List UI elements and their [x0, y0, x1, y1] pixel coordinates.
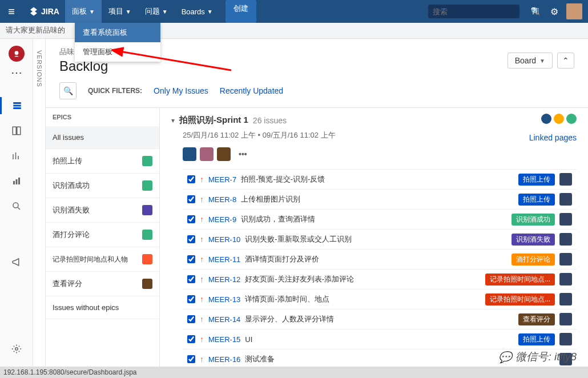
- assignee-avatar[interactable]: [559, 333, 572, 345]
- filter-recently-updated[interactable]: Recently Updated: [220, 86, 283, 95]
- dropdown-view-system-board[interactable]: 查看系统面板: [75, 23, 160, 42]
- issue-row[interactable]: ↑ MEER-7 拍照-预览-提交-识别-反馈 拍照上传: [183, 169, 577, 189]
- issue-key[interactable]: MEER-16: [208, 355, 240, 364]
- scroll-top-button[interactable]: ⌃: [557, 53, 574, 69]
- issue-row[interactable]: ↑ MEER-13 详情页面-添加时间、地点 记录拍照时间地点...: [183, 289, 577, 309]
- issue-checkbox[interactable]: [187, 255, 195, 263]
- board-icon[interactable]: [5, 122, 28, 139]
- project-avatar[interactable]: [9, 46, 25, 62]
- issue-row[interactable]: ↑ MEER-12 好友页面-关注好友列表-添加评论 记录拍照时间地点...: [183, 269, 577, 289]
- sprint-name[interactable]: 拍照识别-Sprint 1: [179, 115, 248, 126]
- dropdown-manage-boards[interactable]: 管理面板: [75, 42, 160, 62]
- assignee-avatar[interactable]: [559, 233, 572, 246]
- gear-icon[interactable]: ⚙: [545, 6, 564, 17]
- status-progress-ball: [554, 114, 564, 124]
- epic-badge[interactable]: 识别酒成功: [512, 214, 555, 226]
- svg-rect-9: [18, 178, 20, 184]
- issue-checkbox[interactable]: [187, 275, 195, 283]
- epic-color-swatch: [142, 279, 152, 289]
- epic-badge[interactable]: 记录拍照时间地点...: [485, 293, 555, 305]
- issue-key[interactable]: MEER-9: [208, 215, 236, 224]
- issue-checkbox[interactable]: [187, 335, 195, 343]
- filter-search-button[interactable]: 🔍: [59, 82, 76, 99]
- hamburger-icon[interactable]: ≡: [0, 5, 23, 18]
- nav-item-issues[interactable]: 问题▼: [138, 0, 175, 23]
- create-button[interactable]: 创建: [225, 0, 256, 23]
- epic-badge[interactable]: 拍照上传: [518, 333, 555, 345]
- epic-badge[interactable]: 识别酒失败: [512, 234, 555, 246]
- svg-rect-8: [15, 179, 17, 184]
- issue-row[interactable]: ↑ MEER-10 识别失败-重新取景或交人工识别 识别酒失败: [183, 229, 577, 249]
- epic-item[interactable]: 记录拍照时间地点和人物: [46, 247, 159, 272]
- sprint-collapse-icon[interactable]: ▾: [171, 116, 175, 124]
- issue-key[interactable]: MEER-11: [208, 255, 240, 264]
- issue-key[interactable]: MEER-15: [208, 335, 240, 344]
- epic-item[interactable]: 酒打分评论: [46, 223, 159, 247]
- logo-text: JIRA: [41, 7, 59, 16]
- epic-item[interactable]: 识别酒失败: [46, 198, 159, 223]
- issue-key[interactable]: MEER-8: [208, 195, 236, 204]
- nav-item-projects[interactable]: 项目▼: [102, 0, 138, 23]
- announce-icon[interactable]: [5, 254, 28, 271]
- issue-key[interactable]: MEER-13: [208, 295, 240, 304]
- chevron-down-icon: ▼: [126, 9, 131, 15]
- epic-badge[interactable]: 拍照上传: [518, 194, 555, 206]
- more-icon[interactable]: •••: [239, 150, 247, 159]
- sprint-status-dots[interactable]: [541, 114, 577, 124]
- assignee-avatar[interactable]: [559, 313, 572, 325]
- epic-badge[interactable]: 查看评分: [518, 313, 555, 325]
- issue-checkbox[interactable]: [187, 315, 195, 323]
- versions-tab[interactable]: VERSIONS: [33, 39, 46, 367]
- epic-badge[interactable]: 酒打分评论: [512, 254, 555, 266]
- issue-checkbox[interactable]: [187, 195, 195, 203]
- epic-issues-without-epics[interactable]: Issues without epics: [46, 296, 159, 319]
- issue-row[interactable]: ↑ MEER-14 显示评分、人数及评分详情 查看评分: [183, 309, 577, 329]
- backlog-icon[interactable]: [0, 97, 33, 114]
- issue-row[interactable]: ↑ MEER-9 识别成功，查询酒详情 识别酒成功: [183, 209, 577, 229]
- assignee-avatar[interactable]: [559, 193, 572, 206]
- board-dropdown-button[interactable]: Board▼: [508, 53, 553, 69]
- assignee-avatar[interactable]: [559, 253, 572, 266]
- issue-checkbox[interactable]: [187, 215, 195, 223]
- nav-item-boards[interactable]: Boards▼: [175, 0, 220, 23]
- jira-logo[interactable]: JIRA: [23, 6, 65, 17]
- issue-checkbox[interactable]: [187, 235, 195, 243]
- issue-checkbox[interactable]: [187, 295, 195, 303]
- issue-row[interactable]: ↑ MEER-16 测试准备: [183, 349, 577, 367]
- epic-item[interactable]: 识别酒成功: [46, 174, 159, 198]
- assignee-avatar[interactable]: [559, 213, 572, 226]
- epic-badge[interactable]: 记录拍照时间地点...: [485, 274, 555, 285]
- search-box[interactable]: 🔍: [428, 5, 519, 18]
- chart-icon[interactable]: [5, 147, 28, 164]
- help-icon[interactable]: ?⃝: [525, 6, 545, 17]
- issue-key[interactable]: MEER-14: [208, 315, 240, 324]
- issue-checkbox[interactable]: [187, 175, 195, 183]
- epic-item[interactable]: 查看评分: [46, 272, 159, 296]
- reports-icon[interactable]: [5, 172, 28, 190]
- search-input[interactable]: [433, 7, 529, 16]
- assignee-avatar[interactable]: [559, 353, 572, 365]
- assignee-avatar[interactable]: [559, 173, 572, 186]
- issue-row[interactable]: ↑ MEER-8 上传相册图片识别 拍照上传: [183, 189, 577, 209]
- assignee-avatar[interactable]: [559, 293, 572, 305]
- filter-only-my-issues[interactable]: Only My Issues: [154, 86, 208, 95]
- issue-key[interactable]: MEER-7: [208, 175, 236, 184]
- settings-gear-icon[interactable]: [5, 340, 28, 357]
- filter-swatch[interactable]: [183, 147, 196, 161]
- epic-item[interactable]: 拍照上传: [46, 149, 159, 174]
- linked-pages-link[interactable]: Linked pages: [529, 133, 577, 142]
- assignee-avatar[interactable]: [559, 273, 572, 285]
- more-dots-icon[interactable]: ⋯: [11, 70, 22, 75]
- user-avatar[interactable]: [566, 3, 582, 19]
- epic-all-issues[interactable]: All issues: [46, 126, 159, 149]
- zoom-icon[interactable]: [5, 198, 28, 215]
- issue-row[interactable]: ↑ MEER-11 酒详情页面打分及评价 酒打分评论: [183, 249, 577, 269]
- filter-swatch[interactable]: [217, 147, 231, 161]
- epic-badge[interactable]: 拍照上传: [518, 174, 555, 186]
- nav-item-boards-panel[interactable]: 面板▼: [65, 0, 102, 23]
- issue-key[interactable]: MEER-12: [208, 275, 240, 284]
- issue-key[interactable]: MEER-10: [208, 235, 240, 244]
- issue-row[interactable]: ↑ MEER-15 UI 拍照上传: [183, 329, 577, 349]
- filter-swatch[interactable]: [200, 147, 214, 161]
- issue-checkbox[interactable]: [187, 355, 195, 363]
